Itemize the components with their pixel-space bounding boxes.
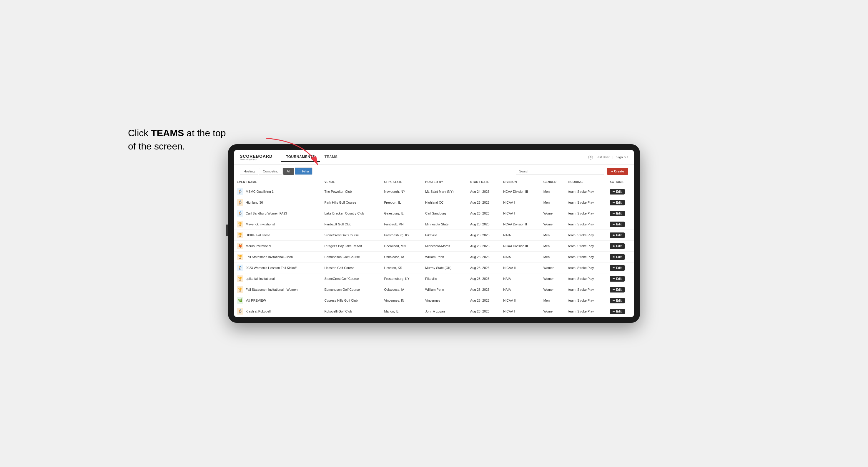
edit-label: Edit <box>616 234 622 237</box>
event-name: Morris Invitational <box>246 244 271 248</box>
scoring-cell: team, Stroke Play <box>565 295 607 306</box>
col-hosted-by: HOSTED BY <box>422 178 467 186</box>
division-cell: NCAA Division III <box>500 186 540 197</box>
venue-cell: StoneCrest Golf Course <box>321 230 381 241</box>
event-icon: 🏆 <box>237 221 243 227</box>
edit-label: Edit <box>616 223 622 226</box>
col-division: DIVISION <box>500 178 540 186</box>
logo-sub: Powered by Clippit <box>240 158 273 160</box>
table-row: 🏌 2023 Women's Hesston Fall Kickoff Hess… <box>234 262 634 273</box>
scoring-cell: team, Stroke Play <box>565 306 607 317</box>
edit-button[interactable]: ✏ Edit <box>610 298 625 303</box>
actions-cell: ✏ Edit <box>607 230 634 241</box>
scoring-cell: team, Stroke Play <box>565 230 607 241</box>
gender-cell: Women <box>540 262 565 273</box>
city-cell: Marion, IL <box>381 306 422 317</box>
scoring-cell: team, Stroke Play <box>565 284 607 295</box>
edit-icon: ✏ <box>613 288 615 291</box>
scoring-cell: team, Stroke Play <box>565 241 607 252</box>
edit-button[interactable]: ✏ Edit <box>610 265 625 271</box>
city-cell: Freeport, IL <box>381 197 422 208</box>
col-actions: ACTIONS <box>607 178 634 186</box>
hosted-cell: John A Logan <box>422 306 467 317</box>
col-venue: VENUE <box>321 178 381 186</box>
edit-icon: ✏ <box>613 234 615 237</box>
division-cell: NAIA <box>500 273 540 284</box>
event-icon: 🏌 <box>237 188 243 195</box>
edit-button[interactable]: ✏ Edit <box>610 309 625 314</box>
filter-btn-group: Hosting Competing All ☰ Filter <box>240 167 312 175</box>
division-cell: NICAA II <box>500 295 540 306</box>
table-row: 🏌 Klash at Kokopelli Kokopelli Golf Club… <box>234 306 634 317</box>
edit-icon: ✏ <box>613 266 615 270</box>
event-name: Highland 36 <box>246 201 263 204</box>
hosted-cell: Pikeville <box>422 273 467 284</box>
edit-button[interactable]: ✏ Edit <box>610 189 625 194</box>
edit-button[interactable]: ✏ Edit <box>610 222 625 227</box>
gear-icon[interactable]: ⚙ <box>588 155 593 159</box>
actions-cell: ✏ Edit <box>607 197 634 208</box>
hosted-cell: Vincennes <box>422 295 467 306</box>
division-cell: NCAA Division III <box>500 241 540 252</box>
city-cell: Newburgh, NY <box>381 186 422 197</box>
table-container: EVENT NAME VENUE CITY, STATE HOSTED BY S… <box>234 178 634 317</box>
tournaments-table: EVENT NAME VENUE CITY, STATE HOSTED BY S… <box>234 178 634 317</box>
event-name-cell: 🏆 Fall Statesmen Invitational - Women <box>234 284 321 295</box>
edit-button[interactable]: ✏ Edit <box>610 200 625 206</box>
edit-button[interactable]: ✏ Edit <box>610 243 625 249</box>
logo-area: SCOREBOARD Powered by Clippit <box>240 154 273 160</box>
event-name: MSMC Qualifying 1 <box>246 190 274 193</box>
edit-button[interactable]: ✏ Edit <box>610 211 625 216</box>
nav-bar: SCOREBOARD Powered by Clippit TOURNAMENT… <box>234 150 634 164</box>
col-gender: GENDER <box>540 178 565 186</box>
all-button[interactable]: All <box>283 168 294 175</box>
division-cell: NICAA II <box>500 262 540 273</box>
edit-button[interactable]: ✏ Edit <box>610 254 625 260</box>
edit-label: Edit <box>616 299 622 302</box>
date-cell: Aug 28, 2023 <box>467 230 500 241</box>
side-handle <box>226 224 228 236</box>
gender-cell: Men <box>540 230 565 241</box>
table-row: 🌿 VU PREVIEW Cypress Hills Golf Club Vin… <box>234 295 634 306</box>
scoring-cell: team, Stroke Play <box>565 208 607 219</box>
division-cell: NAIA <box>500 284 540 295</box>
nav-right: ⚙ Test User | Sign out <box>588 155 628 159</box>
division-cell: NICAA I <box>500 306 540 317</box>
edit-button[interactable]: ✏ Edit <box>610 287 625 292</box>
nav-left: SCOREBOARD Powered by Clippit TOURNAMENT… <box>240 152 342 162</box>
edit-icon: ✏ <box>613 299 615 302</box>
page-wrapper: Click TEAMS at the top of the screen. SC… <box>228 144 640 323</box>
city-cell: Faribault, MN <box>381 219 422 230</box>
edit-button[interactable]: ✏ Edit <box>610 276 625 282</box>
edit-icon: ✏ <box>613 201 615 204</box>
tablet-screen: SCOREBOARD Powered by Clippit TOURNAMENT… <box>234 150 634 317</box>
table-row: 🏌 MSMC Qualifying 1 The Powelton Club Ne… <box>234 186 634 197</box>
table-row: 🏆 UPIKE Fall Invite StoneCrest Golf Cour… <box>234 230 634 241</box>
actions-cell: ✏ Edit <box>607 262 634 273</box>
date-cell: Aug 28, 2023 <box>467 262 500 273</box>
actions-cell: ✏ Edit <box>607 186 634 197</box>
sign-out-link[interactable]: Sign out <box>616 155 628 159</box>
event-name: VU PREVIEW <box>246 299 266 302</box>
hosting-button[interactable]: Hosting <box>240 168 258 175</box>
edit-button[interactable]: ✏ Edit <box>610 232 625 238</box>
tab-tournaments[interactable]: TOURNAMENTS <box>281 152 320 162</box>
create-button[interactable]: + Create <box>607 168 628 175</box>
search-input[interactable] <box>516 168 604 175</box>
tablet-frame: SCOREBOARD Powered by Clippit TOURNAMENT… <box>228 144 640 323</box>
col-scoring: SCORING <box>565 178 607 186</box>
filter-button[interactable]: ☰ Filter <box>295 167 312 175</box>
competing-button[interactable]: Competing <box>259 168 282 175</box>
date-cell: Aug 24, 2023 <box>467 186 500 197</box>
edit-icon: ✏ <box>613 190 615 193</box>
venue-cell: Lake Bracken Country Club <box>321 208 381 219</box>
edit-label: Edit <box>616 255 622 259</box>
toolbar-left: Hosting Competing All ☰ Filter <box>240 167 312 175</box>
event-icon: 🏆 <box>237 286 243 293</box>
date-cell: Aug 28, 2023 <box>467 306 500 317</box>
filter-label: Filter <box>302 169 309 173</box>
tab-teams[interactable]: TEAMS <box>320 152 342 162</box>
edit-icon: ✏ <box>613 310 615 313</box>
edit-label: Edit <box>616 266 622 270</box>
actions-cell: ✏ Edit <box>607 208 634 219</box>
